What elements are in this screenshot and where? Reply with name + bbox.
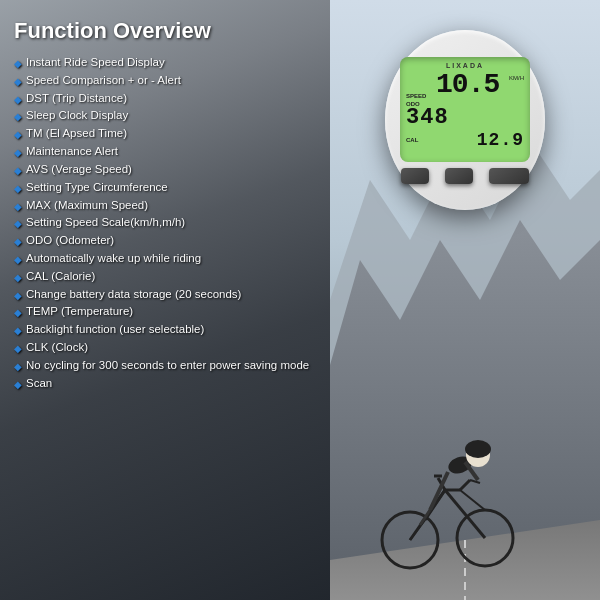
diamond-icon: ◆ [14,181,22,197]
feature-item: ◆CLK (Clock) [14,339,316,357]
diamond-icon: ◆ [14,252,22,268]
diamond-icon: ◆ [14,288,22,304]
feature-item: ◆MAX (Maximum Speed) [14,197,316,215]
diamond-icon: ◆ [14,199,22,215]
cal-value: 12.9 [477,130,524,150]
diamond-icon: ◆ [14,145,22,161]
diamond-icon: ◆ [14,341,22,357]
diamond-icon: ◆ [14,127,22,143]
feature-item: ◆Backlight function (user selectable) [14,321,316,339]
page-title: Function Overview [14,18,316,44]
cal-section: CAL 12.9 [406,130,524,150]
feature-item: ◆ODO (Odometer) [14,232,316,250]
right-panel: LIXADA SPEED 10.5 KM/H ODO 348 CAL 12.9 [330,0,600,600]
feature-text: Speed Comparison + or - Alert [26,72,181,90]
diamond-icon: ◆ [14,359,22,375]
diamond-icon: ◆ [14,109,22,125]
speed-unit: KM/H [509,75,524,81]
feature-text: Instant Ride Speed Display [26,54,165,72]
device-btn-right[interactable] [489,168,529,184]
diamond-icon: ◆ [14,270,22,286]
feature-text: No cycling for 300 seconds to enter powe… [26,357,309,375]
feature-text: Maintenance Alert [26,143,118,161]
diamond-icon: ◆ [14,92,22,108]
device-btn-left[interactable] [401,168,429,184]
speed-value: 10.5 [436,71,499,99]
feature-item: ◆AVS (Verage Speed) [14,161,316,179]
diamond-icon: ◆ [14,163,22,179]
device-btn-center[interactable] [445,168,473,184]
diamond-icon: ◆ [14,323,22,339]
diamond-icon: ◆ [14,377,22,393]
cal-label: CAL [406,137,418,143]
feature-item: ◆DST (Trip Distance) [14,90,316,108]
feature-item: ◆TM (El Apsed Time) [14,125,316,143]
feature-item: ◆CAL (Calorie) [14,268,316,286]
left-content: Function Overview ◆Instant Ride Speed Di… [14,18,316,392]
feature-text: Setting Type Circumference [26,179,168,197]
diamond-icon: ◆ [14,305,22,321]
feature-item: ◆Maintenance Alert [14,143,316,161]
diamond-icon: ◆ [14,216,22,232]
odo-section: ODO 348 [406,101,524,129]
speed-label: SPEED [406,93,426,99]
feature-text: ODO (Odometer) [26,232,114,250]
feature-item: ◆Automatically wake up while riding [14,250,316,268]
diamond-icon: ◆ [14,56,22,72]
feature-text: CLK (Clock) [26,339,88,357]
device-brand: LIXADA [406,62,524,69]
feature-text: Setting Speed Scale(km/h,m/h) [26,214,185,232]
feature-text: Backlight function (user selectable) [26,321,204,339]
feature-item: ◆TEMP (Temperature) [14,303,316,321]
feature-item: ◆Change battery data storage (20 seconds… [14,286,316,304]
device-screen: LIXADA SPEED 10.5 KM/H ODO 348 CAL 12.9 [400,57,530,162]
left-panel: Function Overview ◆Instant Ride Speed Di… [0,0,330,600]
feature-text: AVS (Verage Speed) [26,161,132,179]
feature-text: Change battery data storage (20 seconds) [26,286,241,304]
feature-text: TEMP (Temperature) [26,303,133,321]
feature-item: ◆Setting Type Circumference [14,179,316,197]
bike-computer-device: LIXADA SPEED 10.5 KM/H ODO 348 CAL 12.9 [385,30,545,210]
speed-section: SPEED 10.5 KM/H [406,71,524,99]
feature-item: ◆No cycling for 300 seconds to enter pow… [14,357,316,375]
diamond-icon: ◆ [14,234,22,250]
feature-text: DST (Trip Distance) [26,90,127,108]
feature-item: ◆Speed Comparison + or - Alert [14,72,316,90]
odo-value: 348 [406,107,524,129]
right-content: LIXADA SPEED 10.5 KM/H ODO 348 CAL 12.9 [330,0,600,600]
feature-list: ◆Instant Ride Speed Display◆Speed Compar… [14,54,316,392]
diamond-icon: ◆ [14,74,22,90]
device-buttons [401,168,529,184]
feature-item: ◆Setting Speed Scale(km/h,m/h) [14,214,316,232]
feature-text: Sleep Clock Display [26,107,128,125]
feature-item: ◆Sleep Clock Display [14,107,316,125]
feature-text: Automatically wake up while riding [26,250,201,268]
feature-item: ◆Instant Ride Speed Display [14,54,316,72]
main-container: Function Overview ◆Instant Ride Speed Di… [0,0,600,600]
feature-text: Scan [26,375,52,393]
feature-text: CAL (Calorie) [26,268,95,286]
feature-text: MAX (Maximum Speed) [26,197,148,215]
feature-item: ◆Scan [14,375,316,393]
feature-text: TM (El Apsed Time) [26,125,127,143]
